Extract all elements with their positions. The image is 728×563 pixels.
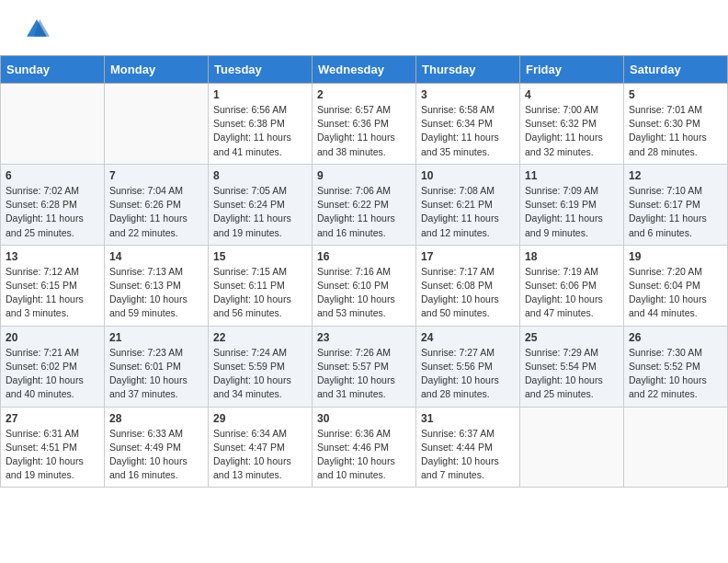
day-number: 1 [213, 88, 307, 101]
day-content: Sunrise: 7:13 AMSunset: 6:13 PMDaylight:… [109, 265, 203, 321]
day-number: 27 [6, 412, 99, 425]
day-content: Sunrise: 7:26 AMSunset: 5:57 PMDaylight:… [317, 346, 411, 402]
calendar-cell: 8Sunrise: 7:05 AMSunset: 6:24 PMDaylight… [209, 164, 313, 245]
day-number: 12 [629, 169, 722, 182]
calendar-cell: 21Sunrise: 7:23 AMSunset: 6:01 PMDayligh… [105, 326, 209, 407]
day-number: 9 [317, 169, 411, 182]
calendar-cell: 24Sunrise: 7:27 AMSunset: 5:56 PMDayligh… [416, 326, 520, 407]
day-number: 30 [317, 412, 411, 425]
day-number: 22 [213, 331, 307, 344]
calendar-cell [520, 407, 624, 488]
day-content: Sunrise: 7:23 AMSunset: 6:01 PMDaylight:… [109, 346, 203, 402]
calendar-cell: 16Sunrise: 7:16 AMSunset: 6:10 PMDayligh… [313, 245, 416, 326]
calendar-week-row: 6Sunrise: 7:02 AMSunset: 6:28 PMDaylight… [1, 164, 728, 245]
day-content: Sunrise: 7:01 AMSunset: 6:30 PMDaylight:… [629, 103, 722, 159]
calendar-cell: 19Sunrise: 7:20 AMSunset: 6:04 PMDayligh… [624, 245, 728, 326]
day-content: Sunrise: 7:00 AMSunset: 6:32 PMDaylight:… [525, 103, 619, 159]
day-number: 2 [317, 88, 411, 101]
day-number: 25 [525, 331, 619, 344]
calendar-cell: 25Sunrise: 7:29 AMSunset: 5:54 PMDayligh… [520, 326, 624, 407]
day-content: Sunrise: 7:24 AMSunset: 5:59 PMDaylight:… [213, 346, 307, 402]
day-content: Sunrise: 7:16 AMSunset: 6:10 PMDaylight:… [317, 265, 411, 321]
day-content: Sunrise: 6:57 AMSunset: 6:36 PMDaylight:… [317, 103, 411, 159]
day-content: Sunrise: 7:27 AMSunset: 5:56 PMDaylight:… [421, 346, 515, 402]
calendar-cell: 10Sunrise: 7:08 AMSunset: 6:21 PMDayligh… [416, 164, 520, 245]
day-content: Sunrise: 7:12 AMSunset: 6:15 PMDaylight:… [6, 265, 99, 321]
day-number: 16 [317, 250, 411, 263]
day-content: Sunrise: 7:02 AMSunset: 6:28 PMDaylight:… [6, 184, 99, 240]
calendar-cell: 9Sunrise: 7:06 AMSunset: 6:22 PMDaylight… [313, 164, 416, 245]
calendar-cell: 2Sunrise: 6:57 AMSunset: 6:36 PMDaylight… [313, 84, 416, 165]
day-content: Sunrise: 7:19 AMSunset: 6:06 PMDaylight:… [525, 265, 619, 321]
logo-icon [24, 17, 50, 42]
day-number: 28 [109, 412, 203, 425]
calendar-week-row: 20Sunrise: 7:21 AMSunset: 6:02 PMDayligh… [1, 326, 728, 407]
calendar-table: SundayMondayTuesdayWednesdayThursdayFrid… [0, 55, 728, 488]
weekday-header-thursday: Thursday [416, 56, 520, 84]
day-number: 15 [213, 250, 307, 263]
day-number: 26 [629, 331, 722, 344]
day-content: Sunrise: 7:05 AMSunset: 6:24 PMDaylight:… [213, 184, 307, 240]
day-number: 5 [629, 88, 722, 101]
day-number: 4 [525, 88, 619, 101]
calendar-cell: 23Sunrise: 7:26 AMSunset: 5:57 PMDayligh… [313, 326, 416, 407]
day-number: 24 [421, 331, 515, 344]
calendar-week-row: 1Sunrise: 6:56 AMSunset: 6:38 PMDaylight… [1, 84, 728, 165]
calendar-week-row: 13Sunrise: 7:12 AMSunset: 6:15 PMDayligh… [1, 245, 728, 326]
weekday-header-row: SundayMondayTuesdayWednesdayThursdayFrid… [1, 56, 728, 84]
calendar-cell: 30Sunrise: 6:36 AMSunset: 4:46 PMDayligh… [313, 407, 416, 488]
calendar-cell: 13Sunrise: 7:12 AMSunset: 6:15 PMDayligh… [1, 245, 105, 326]
day-content: Sunrise: 7:06 AMSunset: 6:22 PMDaylight:… [317, 184, 411, 240]
calendar-cell: 12Sunrise: 7:10 AMSunset: 6:17 PMDayligh… [624, 164, 728, 245]
day-number: 18 [525, 250, 619, 263]
calendar-cell: 3Sunrise: 6:58 AMSunset: 6:34 PMDaylight… [416, 84, 520, 165]
day-number: 14 [109, 250, 203, 263]
day-number: 21 [109, 331, 203, 344]
calendar-cell: 14Sunrise: 7:13 AMSunset: 6:13 PMDayligh… [105, 245, 209, 326]
day-number: 29 [213, 412, 307, 425]
calendar-cell [1, 84, 105, 165]
day-number: 19 [629, 250, 722, 263]
day-number: 10 [421, 169, 515, 182]
day-content: Sunrise: 7:10 AMSunset: 6:17 PMDaylight:… [629, 184, 722, 240]
calendar-cell: 22Sunrise: 7:24 AMSunset: 5:59 PMDayligh… [209, 326, 313, 407]
day-number: 13 [6, 250, 99, 263]
day-content: Sunrise: 6:58 AMSunset: 6:34 PMDaylight:… [421, 103, 515, 159]
calendar-cell: 1Sunrise: 6:56 AMSunset: 6:38 PMDaylight… [209, 84, 313, 165]
day-content: Sunrise: 7:30 AMSunset: 5:52 PMDaylight:… [629, 346, 722, 402]
day-content: Sunrise: 7:29 AMSunset: 5:54 PMDaylight:… [525, 346, 619, 402]
day-content: Sunrise: 6:34 AMSunset: 4:47 PMDaylight:… [213, 427, 307, 483]
weekday-header-monday: Monday [105, 56, 209, 84]
day-content: Sunrise: 7:17 AMSunset: 6:08 PMDaylight:… [421, 265, 515, 321]
calendar-cell: 29Sunrise: 6:34 AMSunset: 4:47 PMDayligh… [209, 407, 313, 488]
calendar-cell: 17Sunrise: 7:17 AMSunset: 6:08 PMDayligh… [416, 245, 520, 326]
weekday-header-friday: Friday [520, 56, 624, 84]
day-content: Sunrise: 6:36 AMSunset: 4:46 PMDaylight:… [317, 427, 411, 483]
calendar-body: 1Sunrise: 6:56 AMSunset: 6:38 PMDaylight… [1, 84, 728, 488]
day-number: 20 [6, 331, 99, 344]
day-number: 7 [109, 169, 203, 182]
calendar-cell [624, 407, 728, 488]
calendar-cell: 31Sunrise: 6:37 AMSunset: 4:44 PMDayligh… [416, 407, 520, 488]
calendar-cell: 6Sunrise: 7:02 AMSunset: 6:28 PMDaylight… [1, 164, 105, 245]
day-number: 23 [317, 331, 411, 344]
calendar-cell: 15Sunrise: 7:15 AMSunset: 6:11 PMDayligh… [209, 245, 313, 326]
weekday-header-sunday: Sunday [1, 56, 105, 84]
day-number: 11 [525, 169, 619, 182]
day-number: 17 [421, 250, 515, 263]
calendar-cell: 5Sunrise: 7:01 AMSunset: 6:30 PMDaylight… [624, 84, 728, 165]
day-content: Sunrise: 6:33 AMSunset: 4:49 PMDaylight:… [109, 427, 203, 483]
day-content: Sunrise: 7:04 AMSunset: 6:26 PMDaylight:… [109, 184, 203, 240]
day-content: Sunrise: 7:09 AMSunset: 6:19 PMDaylight:… [525, 184, 619, 240]
weekday-header-tuesday: Tuesday [209, 56, 313, 84]
calendar-cell [105, 84, 209, 165]
calendar-cell: 18Sunrise: 7:19 AMSunset: 6:06 PMDayligh… [520, 245, 624, 326]
day-content: Sunrise: 7:15 AMSunset: 6:11 PMDaylight:… [213, 265, 307, 321]
day-content: Sunrise: 6:31 AMSunset: 4:51 PMDaylight:… [6, 427, 99, 483]
page-header [0, 0, 728, 55]
calendar-wrap: SundayMondayTuesdayWednesdayThursdayFrid… [0, 55, 728, 488]
day-number: 3 [421, 88, 515, 101]
calendar-cell: 26Sunrise: 7:30 AMSunset: 5:52 PMDayligh… [624, 326, 728, 407]
day-content: Sunrise: 7:21 AMSunset: 6:02 PMDaylight:… [6, 346, 99, 402]
day-number: 8 [213, 169, 307, 182]
